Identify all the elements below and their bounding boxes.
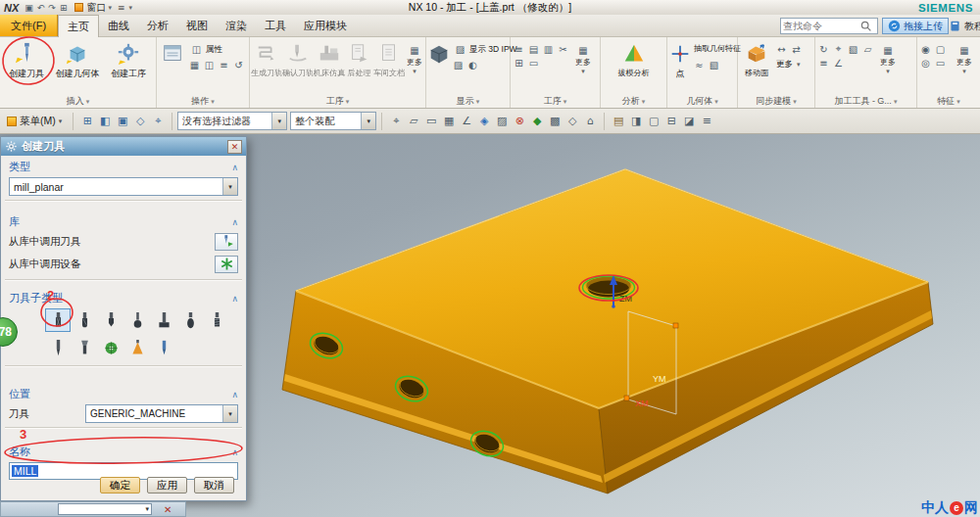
operations-more-button[interactable]: ▦ 更多 bbox=[405, 39, 424, 75]
group-label-display[interactable]: 显示 bbox=[426, 95, 510, 108]
object-properties-button[interactable] bbox=[158, 39, 187, 66]
group-label-analysis[interactable]: 分析 bbox=[601, 95, 666, 108]
properties-item[interactable]: ◫ 属性 bbox=[187, 42, 246, 57]
paste-icon[interactable]: ▥ bbox=[541, 42, 556, 56]
replace-icon[interactable]: ⇄ bbox=[789, 42, 804, 56]
probe-icon[interactable]: ⌖ bbox=[831, 42, 846, 56]
tab-analysis[interactable]: 分析 bbox=[138, 15, 177, 36]
shop-doc-button[interactable]: 车间文档 bbox=[373, 39, 405, 78]
section-icon[interactable]: ⊟ bbox=[662, 113, 680, 130]
object-info-icon[interactable]: ≡ bbox=[217, 58, 231, 71]
x-handle[interactable] bbox=[624, 396, 629, 400]
save-icon[interactable]: ▣ bbox=[24, 3, 33, 13]
collapse-chevron-icon[interactable]: ∧ bbox=[231, 294, 238, 304]
boss-icon[interactable]: ◎ bbox=[918, 56, 933, 70]
synchronous-more-button[interactable]: 更多 ▾ bbox=[774, 57, 807, 71]
grinding-wheel-icon[interactable] bbox=[98, 336, 123, 359]
fragment-dropdown[interactable]: ▾ bbox=[58, 503, 152, 515]
grid-icon[interactable]: ▦ bbox=[440, 113, 458, 130]
spherical-mill-icon[interactable] bbox=[124, 308, 150, 332]
tab-view[interactable]: 视图 bbox=[177, 15, 217, 36]
diamond-icon[interactable]: ◈ bbox=[475, 113, 493, 130]
boundary-icon[interactable]: ▱ bbox=[860, 42, 875, 56]
ipw-display-button[interactable] bbox=[427, 39, 451, 66]
machining-tools-more-button[interactable]: ▦ 更多 bbox=[877, 39, 899, 75]
window-icon[interactable] bbox=[74, 3, 83, 12]
offset-icon[interactable]: ↔ bbox=[774, 42, 789, 56]
levels-icon[interactable]: ≡ bbox=[816, 56, 831, 70]
tutorial-button[interactable]: 教程 bbox=[949, 18, 980, 34]
group-label-feature[interactable]: 特征 bbox=[917, 95, 980, 108]
snap-point-icon[interactable]: ⌖ bbox=[149, 113, 167, 130]
selection-scope-dropdown[interactable]: 整个装配 ▾ bbox=[290, 112, 376, 130]
tab-tools[interactable]: 工具 bbox=[256, 15, 295, 36]
section-type[interactable]: 类型 ∧ bbox=[1, 156, 246, 175]
dropdown-arrow[interactable]: ▾ bbox=[271, 113, 286, 129]
extract-geometry-button[interactable]: 抽取几何特征 bbox=[692, 42, 743, 57]
toolpath-display-icon[interactable]: ▨ bbox=[451, 58, 466, 71]
dropdown-arrow[interactable]: ▾ bbox=[222, 178, 237, 195]
type-dropdown[interactable]: mill_planar ▾ bbox=[9, 177, 238, 196]
feature-more-button[interactable]: ▦ 更多 bbox=[954, 39, 975, 75]
generate-toolpath-button[interactable]: 生成刀轨 bbox=[251, 39, 282, 78]
library-tool-button[interactable] bbox=[215, 233, 238, 251]
cycle-icon[interactable]: ↻ bbox=[816, 42, 831, 56]
arrange-icon[interactable]: ▭ bbox=[526, 56, 541, 70]
half-shade-icon[interactable]: ◨ bbox=[627, 113, 645, 130]
operations2-more-button[interactable]: ▦ 更多 bbox=[572, 39, 594, 75]
ok-button[interactable]: 确定 bbox=[100, 477, 140, 494]
upload-button[interactable]: 拖接上传 bbox=[882, 18, 949, 34]
collapse-chevron-icon[interactable]: ∧ bbox=[231, 163, 238, 172]
search-input[interactable] bbox=[783, 21, 859, 31]
select-body-icon[interactable]: ▣ bbox=[114, 113, 131, 130]
print-icon[interactable]: ⊞ bbox=[60, 3, 68, 13]
tab-home[interactable]: 主页 bbox=[58, 15, 99, 37]
tool-holder-icon[interactable] bbox=[72, 336, 97, 359]
group-label-synchronous[interactable]: 同步建模 bbox=[738, 95, 814, 108]
apply-button[interactable]: 应用 bbox=[147, 477, 187, 494]
draft-analysis-button[interactable]: 拔模分析 bbox=[607, 39, 662, 78]
outline-icon[interactable]: ▢ bbox=[645, 113, 662, 130]
tab-curve[interactable]: 曲线 bbox=[99, 15, 138, 36]
redo-icon[interactable]: ↷ bbox=[48, 3, 56, 13]
dropdown-arrow[interactable]: ▾ bbox=[361, 113, 375, 129]
barrel-mill-icon[interactable] bbox=[177, 308, 203, 332]
cone-tool-icon[interactable] bbox=[124, 336, 150, 359]
group-label-machining-tools[interactable]: 加工工具 - G... bbox=[815, 95, 916, 108]
stop-record-icon[interactable]: ⊗ bbox=[511, 113, 528, 130]
section-name[interactable]: 名称 ∧ bbox=[1, 441, 246, 460]
workplane-icon[interactable]: ▱ bbox=[405, 113, 422, 130]
slot-icon[interactable]: ▭ bbox=[933, 56, 948, 70]
contrast-icon[interactable]: ◐ bbox=[466, 58, 480, 71]
rect-select-icon[interactable]: ▭ bbox=[422, 113, 440, 130]
hole-icon[interactable]: ◉ bbox=[918, 42, 933, 56]
ball-mill-icon[interactable] bbox=[72, 308, 97, 332]
group-label-operation[interactable]: 操作 bbox=[157, 95, 249, 108]
collapse-chevron-icon[interactable]: ∧ bbox=[231, 217, 238, 227]
point-button[interactable]: 点 bbox=[668, 39, 692, 80]
iso-view-icon[interactable]: ◪ bbox=[680, 113, 698, 130]
part-model[interactable] bbox=[282, 169, 933, 494]
drill-tool-icon[interactable] bbox=[45, 336, 71, 359]
postprocess-button[interactable]: 后处理 bbox=[345, 39, 373, 78]
move-face-button[interactable]: 移动面 bbox=[739, 39, 774, 78]
chamfer-mill-icon[interactable] bbox=[98, 308, 123, 332]
solid-view-icon[interactable]: ▩ bbox=[546, 113, 564, 130]
edit-object-icon[interactable]: ▦ bbox=[187, 58, 202, 71]
library-device-button[interactable] bbox=[215, 256, 238, 273]
group-label-insert[interactable]: 插入 bbox=[0, 95, 156, 108]
cut-icon[interactable]: ✂ bbox=[556, 42, 570, 56]
home-view-icon[interactable]: ⌂ bbox=[581, 113, 599, 130]
pencil-tool-icon[interactable] bbox=[151, 336, 176, 359]
tab-application[interactable]: 应用模块 bbox=[295, 15, 356, 36]
select-grid-icon[interactable]: ⊞ bbox=[78, 113, 96, 130]
create-tool-button[interactable]: 创建刀具 bbox=[1, 39, 52, 80]
list-icon[interactable]: ≡ bbox=[512, 42, 526, 56]
ok-accept-icon[interactable]: ◆ bbox=[528, 113, 546, 130]
create-operation-button[interactable]: 创建工序 bbox=[103, 39, 154, 80]
group-label-operations[interactable]: 工序 bbox=[250, 95, 425, 108]
window-menu[interactable]: 窗口 bbox=[86, 1, 106, 15]
layers-icon[interactable]: ≡ bbox=[698, 113, 715, 130]
create-geometry-button[interactable]: 创建几何体 bbox=[52, 39, 103, 80]
section-tool-subtype[interactable]: 刀具子类型 ∧ bbox=[1, 287, 246, 306]
